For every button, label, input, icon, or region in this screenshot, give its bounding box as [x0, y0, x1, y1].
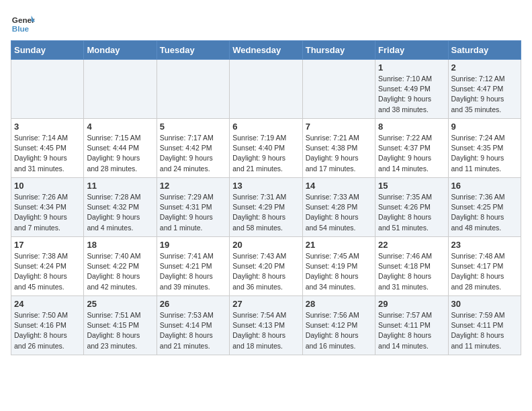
day-number: 23 — [451, 240, 518, 250]
week-row-3: 10Sunrise: 7:26 AM Sunset: 4:34 PM Dayli… — [11, 178, 521, 237]
day-cell: 30Sunrise: 7:59 AM Sunset: 4:11 PM Dayli… — [448, 296, 521, 355]
day-info: Sunrise: 7:41 AM Sunset: 4:21 PM Dayligh… — [160, 251, 226, 292]
day-info: Sunrise: 7:21 AM Sunset: 4:38 PM Dayligh… — [306, 133, 372, 174]
day-number: 9 — [451, 122, 518, 132]
day-cell: 18Sunrise: 7:40 AM Sunset: 4:22 PM Dayli… — [84, 237, 157, 296]
day-cell: 7Sunrise: 7:21 AM Sunset: 4:38 PM Daylig… — [302, 119, 375, 178]
day-number: 19 — [160, 240, 226, 250]
day-info: Sunrise: 7:33 AM Sunset: 4:28 PM Dayligh… — [306, 192, 372, 233]
day-cell — [84, 60, 157, 119]
day-number: 13 — [232, 181, 299, 191]
day-cell: 12Sunrise: 7:29 AM Sunset: 4:31 PM Dayli… — [157, 178, 229, 237]
day-cell: 19Sunrise: 7:41 AM Sunset: 4:21 PM Dayli… — [157, 237, 229, 296]
day-cell: 4Sunrise: 7:15 AM Sunset: 4:44 PM Daylig… — [84, 119, 157, 178]
day-number: 30 — [451, 299, 518, 309]
day-info: Sunrise: 7:46 AM Sunset: 4:18 PM Dayligh… — [378, 251, 445, 292]
day-info: Sunrise: 7:31 AM Sunset: 4:29 PM Dayligh… — [232, 192, 299, 233]
day-number: 17 — [14, 240, 81, 250]
day-number: 21 — [306, 240, 372, 250]
header-row: SundayMondayTuesdayWednesdayThursdayFrid… — [11, 41, 521, 60]
col-header-wednesday: Wednesday — [230, 41, 302, 60]
day-cell: 11Sunrise: 7:28 AM Sunset: 4:32 PM Dayli… — [84, 178, 157, 237]
day-info: Sunrise: 7:28 AM Sunset: 4:32 PM Dayligh… — [87, 192, 153, 233]
col-header-friday: Friday — [375, 41, 448, 60]
day-info: Sunrise: 7:24 AM Sunset: 4:35 PM Dayligh… — [451, 133, 518, 174]
logo-icon: General Blue — [11, 11, 35, 35]
calendar-header: SundayMondayTuesdayWednesdayThursdayFrid… — [11, 41, 521, 60]
day-cell: 1Sunrise: 7:10 AM Sunset: 4:49 PM Daylig… — [375, 60, 448, 119]
day-cell: 6Sunrise: 7:19 AM Sunset: 4:40 PM Daylig… — [230, 119, 302, 178]
day-cell: 8Sunrise: 7:22 AM Sunset: 4:37 PM Daylig… — [375, 119, 448, 178]
day-cell: 13Sunrise: 7:31 AM Sunset: 4:29 PM Dayli… — [230, 178, 302, 237]
day-info: Sunrise: 7:57 AM Sunset: 4:11 PM Dayligh… — [378, 310, 445, 351]
day-number: 11 — [87, 181, 153, 191]
day-cell: 16Sunrise: 7:36 AM Sunset: 4:25 PM Dayli… — [448, 178, 521, 237]
day-info: Sunrise: 7:59 AM Sunset: 4:11 PM Dayligh… — [451, 310, 518, 351]
week-row-5: 24Sunrise: 7:50 AM Sunset: 4:16 PM Dayli… — [11, 296, 521, 355]
day-cell: 29Sunrise: 7:57 AM Sunset: 4:11 PM Dayli… — [375, 296, 448, 355]
day-cell: 26Sunrise: 7:53 AM Sunset: 4:14 PM Dayli… — [157, 296, 229, 355]
day-number: 12 — [160, 181, 226, 191]
day-info: Sunrise: 7:45 AM Sunset: 4:19 PM Dayligh… — [306, 251, 372, 292]
day-number: 26 — [160, 299, 226, 309]
day-info: Sunrise: 7:17 AM Sunset: 4:42 PM Dayligh… — [160, 133, 226, 174]
day-number: 4 — [87, 122, 153, 132]
day-number: 25 — [87, 299, 153, 309]
day-info: Sunrise: 7:14 AM Sunset: 4:45 PM Dayligh… — [14, 133, 81, 174]
day-number: 16 — [451, 181, 518, 191]
col-header-monday: Monday — [84, 41, 157, 60]
day-info: Sunrise: 7:38 AM Sunset: 4:24 PM Dayligh… — [14, 251, 81, 292]
day-cell: 15Sunrise: 7:35 AM Sunset: 4:26 PM Dayli… — [375, 178, 448, 237]
day-cell: 24Sunrise: 7:50 AM Sunset: 4:16 PM Dayli… — [11, 296, 84, 355]
day-number: 1 — [378, 62, 445, 73]
calendar-body: 1Sunrise: 7:10 AM Sunset: 4:49 PM Daylig… — [11, 60, 521, 355]
week-row-1: 1Sunrise: 7:10 AM Sunset: 4:49 PM Daylig… — [11, 60, 521, 119]
day-number: 27 — [232, 299, 299, 309]
day-info: Sunrise: 7:43 AM Sunset: 4:20 PM Dayligh… — [232, 251, 299, 292]
week-row-2: 3Sunrise: 7:14 AM Sunset: 4:45 PM Daylig… — [11, 119, 521, 178]
day-info: Sunrise: 7:40 AM Sunset: 4:22 PM Dayligh… — [87, 251, 153, 292]
col-header-thursday: Thursday — [302, 41, 375, 60]
day-info: Sunrise: 7:26 AM Sunset: 4:34 PM Dayligh… — [14, 192, 81, 233]
day-info: Sunrise: 7:19 AM Sunset: 4:40 PM Dayligh… — [232, 133, 299, 174]
day-info: Sunrise: 7:15 AM Sunset: 4:44 PM Dayligh… — [87, 133, 153, 174]
day-cell — [302, 60, 375, 119]
day-cell: 21Sunrise: 7:45 AM Sunset: 4:19 PM Dayli… — [302, 237, 375, 296]
col-header-tuesday: Tuesday — [157, 41, 229, 60]
col-header-sunday: Sunday — [11, 41, 84, 60]
day-number: 5 — [160, 122, 226, 132]
day-number: 28 — [306, 299, 372, 309]
col-header-saturday: Saturday — [448, 41, 521, 60]
day-cell — [11, 60, 84, 119]
day-cell: 14Sunrise: 7:33 AM Sunset: 4:28 PM Dayli… — [302, 178, 375, 237]
day-cell: 20Sunrise: 7:43 AM Sunset: 4:20 PM Dayli… — [230, 237, 302, 296]
day-info: Sunrise: 7:36 AM Sunset: 4:25 PM Dayligh… — [451, 192, 518, 233]
day-info: Sunrise: 7:22 AM Sunset: 4:37 PM Dayligh… — [378, 133, 445, 174]
day-number: 24 — [14, 299, 81, 309]
day-cell: 23Sunrise: 7:48 AM Sunset: 4:17 PM Dayli… — [448, 237, 521, 296]
day-number: 14 — [306, 181, 372, 191]
day-cell: 27Sunrise: 7:54 AM Sunset: 4:13 PM Dayli… — [230, 296, 302, 355]
day-info: Sunrise: 7:50 AM Sunset: 4:16 PM Dayligh… — [14, 310, 81, 351]
day-cell: 22Sunrise: 7:46 AM Sunset: 4:18 PM Dayli… — [375, 237, 448, 296]
day-number: 2 — [451, 62, 518, 73]
week-row-4: 17Sunrise: 7:38 AM Sunset: 4:24 PM Dayli… — [11, 237, 521, 296]
day-info: Sunrise: 7:54 AM Sunset: 4:13 PM Dayligh… — [232, 310, 299, 351]
day-info: Sunrise: 7:29 AM Sunset: 4:31 PM Dayligh… — [160, 192, 226, 233]
day-number: 29 — [378, 299, 445, 309]
day-cell: 9Sunrise: 7:24 AM Sunset: 4:35 PM Daylig… — [448, 119, 521, 178]
day-number: 22 — [378, 240, 445, 250]
day-number: 8 — [378, 122, 445, 132]
day-number: 6 — [232, 122, 299, 132]
day-info: Sunrise: 7:35 AM Sunset: 4:26 PM Dayligh… — [378, 192, 445, 233]
day-info: Sunrise: 7:10 AM Sunset: 4:49 PM Dayligh… — [378, 74, 445, 115]
day-number: 18 — [87, 240, 153, 250]
day-number: 20 — [232, 240, 299, 250]
day-cell — [157, 60, 229, 119]
day-cell: 2Sunrise: 7:12 AM Sunset: 4:47 PM Daylig… — [448, 60, 521, 119]
day-cell: 25Sunrise: 7:51 AM Sunset: 4:15 PM Dayli… — [84, 296, 157, 355]
day-cell — [230, 60, 302, 119]
day-number: 7 — [306, 122, 372, 132]
day-info: Sunrise: 7:48 AM Sunset: 4:17 PM Dayligh… — [451, 251, 518, 292]
day-number: 3 — [14, 122, 81, 132]
